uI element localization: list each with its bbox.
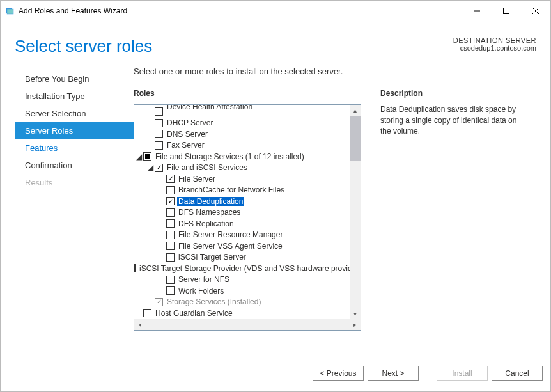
scroll-up-icon[interactable]: ▴ xyxy=(350,105,361,116)
maximize-button[interactable] xyxy=(492,1,521,21)
step-confirmation[interactable]: Confirmation xyxy=(15,157,134,174)
role-row[interactable]: iSCSI Target Server xyxy=(134,252,349,263)
step-server-selection[interactable]: Server Selection xyxy=(15,105,134,122)
role-checkbox[interactable] xyxy=(166,231,175,239)
role-checkbox[interactable] xyxy=(166,208,175,217)
role-checkbox[interactable] xyxy=(166,286,175,295)
previous-button[interactable]: < Previous xyxy=(313,366,364,381)
window-controls xyxy=(462,1,550,21)
role-row[interactable]: Storage Services (Installed) xyxy=(134,297,349,308)
role-row[interactable]: Hyper-V xyxy=(134,319,349,320)
main-panel: Select one or more roles to install on t… xyxy=(134,67,536,356)
vertical-thumb[interactable] xyxy=(350,116,361,161)
role-checkbox[interactable] xyxy=(166,186,175,194)
page-title: Select server roles xyxy=(15,36,152,56)
role-row[interactable]: Server for NFS xyxy=(134,274,349,286)
role-checkbox[interactable] xyxy=(155,119,163,127)
role-checkbox[interactable] xyxy=(166,219,175,228)
role-label[interactable]: DNS Server xyxy=(166,130,209,139)
role-label[interactable]: File and iSCSI Services xyxy=(166,163,249,172)
body: Before You BeginInstallation TypeServer … xyxy=(1,61,550,356)
close-button[interactable] xyxy=(521,1,550,21)
role-checkbox[interactable] xyxy=(155,141,163,150)
scroll-right-icon[interactable]: ▸ xyxy=(350,319,361,330)
panels: Roles Device Health AttestationDHCP Serv… xyxy=(134,89,536,356)
role-row[interactable]: Fax Server xyxy=(134,140,349,152)
description-column: Description Data Deduplication saves dis… xyxy=(380,89,536,356)
wizard-window: Add Roles and Features Wizard Select ser… xyxy=(0,0,551,392)
role-label[interactable]: File Server xyxy=(177,175,217,184)
role-label[interactable]: DFS Namespaces xyxy=(177,208,242,217)
role-label[interactable]: Host Guardian Service xyxy=(154,309,234,318)
role-checkbox[interactable] xyxy=(143,152,151,161)
roles-column: Roles Device Health AttestationDHCP Serv… xyxy=(134,89,361,356)
role-row[interactable]: BranchCache for Network Files xyxy=(134,185,349,196)
role-row[interactable]: Data Deduplication xyxy=(134,196,349,207)
cancel-button[interactable]: Cancel xyxy=(492,366,543,381)
role-label[interactable]: iSCSI Target Server xyxy=(177,253,247,262)
role-label[interactable]: Data Deduplication xyxy=(177,197,244,206)
role-label[interactable]: Server for NFS xyxy=(177,275,231,284)
step-results: Results xyxy=(15,174,134,191)
minimize-button[interactable] xyxy=(462,1,492,21)
role-checkbox[interactable] xyxy=(166,175,175,183)
role-checkbox[interactable] xyxy=(166,276,175,284)
role-row[interactable]: File Server xyxy=(134,173,349,185)
role-row[interactable]: DNS Server xyxy=(134,129,349,140)
role-label[interactable]: iSCSI Target Storage Provider (VDS and V… xyxy=(138,264,361,273)
role-label[interactable]: Device Health Attestation xyxy=(166,105,254,111)
vertical-scrollbar[interactable]: ▴ ▾ xyxy=(350,105,361,319)
role-label[interactable]: DHCP Server xyxy=(166,118,214,127)
role-checkbox[interactable] xyxy=(134,264,136,272)
titlebar: Add Roles and Features Wizard xyxy=(1,1,550,21)
horizontal-scrollbar[interactable]: ◂ ▸ xyxy=(134,319,361,330)
role-checkbox[interactable] xyxy=(143,309,151,317)
app-icon xyxy=(4,6,15,16)
role-row[interactable]: ◢File and Storage Services (1 of 12 inst… xyxy=(134,151,349,162)
footer: < Previous Next > Install Cancel xyxy=(1,356,550,391)
role-label[interactable]: Storage Services (Installed) xyxy=(166,297,262,306)
expander-icon[interactable]: ◢ xyxy=(134,152,143,161)
svg-rect-1 xyxy=(7,9,13,14)
role-checkbox[interactable] xyxy=(166,253,175,262)
role-checkbox[interactable] xyxy=(155,107,163,116)
roles-label: Roles xyxy=(134,89,361,98)
next-button[interactable]: Next > xyxy=(368,366,419,381)
role-checkbox xyxy=(155,298,163,306)
roles-tree: Device Health AttestationDHCP ServerDNS … xyxy=(134,106,361,319)
step-features[interactable]: Features xyxy=(15,139,134,157)
role-row[interactable]: ◢File and iSCSI Services xyxy=(134,162,349,174)
role-label[interactable]: BranchCache for Network Files xyxy=(177,185,286,194)
roles-tree-scroll[interactable]: Device Health AttestationDHCP ServerDNS … xyxy=(134,105,361,319)
window-title: Add Roles and Features Wizard xyxy=(19,6,127,15)
role-label[interactable]: Work Folders xyxy=(177,286,225,295)
destination-block: DESTINATION SERVER csodedup1.contoso.com xyxy=(453,36,536,52)
scroll-down-icon[interactable]: ▾ xyxy=(350,308,361,319)
step-before-you-begin[interactable]: Before You Begin xyxy=(15,70,134,88)
role-row[interactable]: DFS Namespaces xyxy=(134,207,349,219)
role-row[interactable]: DFS Replication xyxy=(134,218,349,230)
role-checkbox[interactable] xyxy=(166,197,175,205)
role-row[interactable]: DHCP Server xyxy=(134,118,349,129)
role-label[interactable]: DFS Replication xyxy=(177,219,235,228)
role-row[interactable]: Device Health Attestation xyxy=(134,106,349,118)
role-label[interactable]: File Server VSS Agent Service xyxy=(177,242,284,251)
step-server-roles[interactable]: Server Roles xyxy=(15,122,134,139)
role-row[interactable]: iSCSI Target Storage Provider (VDS and V… xyxy=(134,263,349,274)
role-checkbox[interactable] xyxy=(155,164,163,172)
role-row[interactable]: Host Guardian Service xyxy=(134,308,349,319)
role-label[interactable]: Fax Server xyxy=(166,141,206,150)
role-row[interactable]: Work Folders xyxy=(134,285,349,297)
step-installation-type[interactable]: Installation Type xyxy=(15,88,134,105)
role-label[interactable]: File Server Resource Manager xyxy=(177,230,284,239)
vertical-track[interactable] xyxy=(350,116,361,308)
description-label: Description xyxy=(380,89,536,98)
role-row[interactable]: File Server Resource Manager xyxy=(134,230,349,241)
role-checkbox[interactable] xyxy=(155,130,163,138)
role-row[interactable]: File Server VSS Agent Service xyxy=(134,240,349,252)
role-label[interactable]: File and Storage Services (1 of 12 insta… xyxy=(154,152,306,161)
scroll-left-icon[interactable]: ◂ xyxy=(134,319,145,330)
role-checkbox[interactable] xyxy=(166,242,175,250)
roles-tree-container: Device Health AttestationDHCP ServerDNS … xyxy=(134,104,361,331)
expander-icon[interactable]: ◢ xyxy=(146,163,155,172)
